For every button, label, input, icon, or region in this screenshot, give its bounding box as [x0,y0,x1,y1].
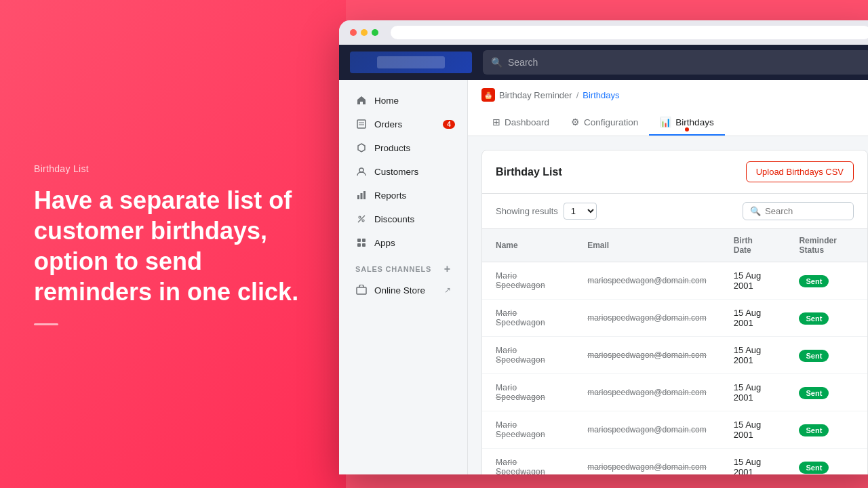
breadcrumb-separator: / [576,90,579,100]
tab-configuration-label: Configuration [584,117,638,127]
sales-channels-section: SALES CHANNELS + [339,255,467,278]
orders-icon [355,118,368,130]
panel-title: Birthday List [496,166,562,178]
showing-results: Showing results 1 10 25 50 [496,203,597,220]
external-link-icon: ↗ [444,285,451,295]
browser-dot-green[interactable] [372,29,378,36]
cell-name-0: Mario Speedwagon [482,262,574,300]
table-search[interactable]: 🔍 [743,202,854,220]
browser-frame: 🔍 Search Home [339,20,868,474]
browser-address [391,26,868,39]
svg-point-3 [359,168,363,172]
svg-rect-11 [362,239,366,242]
browser-dot-yellow[interactable] [361,29,368,36]
svg-rect-6 [363,191,366,199]
online-store-icon [355,284,368,296]
orders-badge: 4 [443,120,455,129]
sidebar-item-online-store[interactable]: Online Store ↗ [344,279,462,302]
cell-name-2: Mario Speedwagon [482,337,574,374]
upload-csv-button[interactable]: Upload Birthdays CSV [746,161,854,182]
browser-chrome [339,20,868,45]
panel-header: Birthday List Upload Birthdays CSV [482,150,867,194]
breadcrumb: 🎂 Birthday Reminder / Birthdays [481,88,868,102]
col-name: Name [482,229,574,262]
svg-rect-12 [357,243,361,247]
svg-rect-14 [357,287,366,294]
birthdays-tab-icon: 📊 [660,117,671,127]
admin-logo-inner [377,56,445,68]
sidebar-item-products-label: Products [374,143,410,153]
cell-status-3: Sent [785,374,867,411]
tab-dashboard-label: Dashboard [505,117,549,127]
add-sales-channel-button[interactable]: + [444,263,451,275]
app-tabs: ⊞ Dashboard ⚙ Configuration 📊 Birthdays [481,110,868,136]
sidebar-item-discounts-label: Discounts [374,214,414,224]
browser-dot-red[interactable] [350,29,357,36]
browser-content: 🔍 Search Home [339,45,868,474]
table-search-icon: 🔍 [750,206,761,216]
products-icon [355,142,368,154]
table-header: Name Email Birth Date Reminder Status [482,229,867,262]
tab-dashboard[interactable]: ⊞ Dashboard [481,110,560,136]
cell-name-5: Mario Speedwagon [482,449,574,475]
sidebar: Home Orders 4 [339,80,468,474]
birthday-table: Name Email Birth Date Reminder Status Ma… [482,229,867,474]
col-email: Email [574,229,720,262]
cell-name-1: Mario Speedwagon [482,300,574,337]
divider [34,323,58,325]
tab-birthdays-label: Birthdays [675,117,713,127]
app-icon: 🎂 [481,88,495,102]
content-panel: Birthday List Upload Birthdays CSV Showi… [468,136,868,474]
app-header: 🎂 Birthday Reminder / Birthdays ⊞ Dashbo… [468,80,868,136]
table-row: Mario Speedwagon mariospeedwagon@domain.… [482,262,867,300]
sales-channels-label: SALES CHANNELS [355,265,431,273]
cell-email-1: mariospeedwagon@domain.com [574,300,720,337]
sidebar-item-discounts[interactable]: Discounts [344,207,462,230]
results-select[interactable]: 1 10 25 50 [564,203,597,220]
col-status: Reminder Status [785,229,867,262]
sidebar-item-apps[interactable]: Apps [344,231,462,254]
cell-status-4: Sent [785,411,867,449]
svg-rect-0 [357,120,366,128]
status-badge: Sent [799,275,829,287]
tab-birthdays[interactable]: 📊 Birthdays [649,110,724,136]
sidebar-item-customers[interactable]: Customers [344,160,462,183]
birthdays-tab-dot [685,127,689,131]
sidebar-item-products[interactable]: Products [344,136,462,159]
discounts-icon [355,213,368,225]
table-body: Mario Speedwagon mariospeedwagon@domain.… [482,262,867,475]
birthday-list-card: Birthday List Upload Birthdays CSV Showi… [481,150,868,474]
table-row: Mario Speedwagon mariospeedwagon@domain.… [482,411,867,449]
sidebar-item-orders-label: Orders [374,119,402,129]
cell-status-5: Sent [785,449,867,475]
cell-status-2: Sent [785,337,867,374]
cell-date-4: 15 Aug 2001 [720,411,786,449]
sidebar-item-home[interactable]: Home [344,89,462,112]
cell-date-0: 15 Aug 2001 [720,262,786,300]
sidebar-item-reports[interactable]: Reports [344,184,462,207]
configuration-tab-icon: ⚙ [571,117,580,127]
sidebar-item-customers-label: Customers [374,167,418,177]
cell-status-0: Sent [785,262,867,300]
status-badge: Sent [799,424,829,436]
admin-search-bar[interactable]: 🔍 Search [483,50,868,75]
sidebar-item-reports-label: Reports [374,190,406,201]
tab-configuration[interactable]: ⚙ Configuration [560,110,649,136]
sidebar-item-orders[interactable]: Orders 4 [344,113,462,136]
cell-email-4: mariospeedwagon@domain.com [574,411,720,449]
cell-date-2: 15 Aug 2001 [720,337,786,374]
breadcrumb-app-name: Birthday Reminder [499,90,572,100]
cell-status-1: Sent [785,300,867,337]
admin-body: Home Orders 4 [339,80,868,474]
status-badge: Sent [799,462,829,474]
table-search-input[interactable] [765,206,846,216]
svg-point-8 [362,220,364,222]
left-panel: Birthday List Have a separate list of cu… [0,0,346,488]
search-label: Search [508,57,538,68]
panel-toolbar: Showing results 1 10 25 50 🔍 [482,194,867,229]
sidebar-item-home-label: Home [374,96,399,106]
customers-icon [355,165,368,178]
breadcrumb-current: Birthdays [583,90,619,100]
sidebar-item-online-store-label: Online Store [374,285,425,296]
svg-rect-13 [362,243,366,247]
